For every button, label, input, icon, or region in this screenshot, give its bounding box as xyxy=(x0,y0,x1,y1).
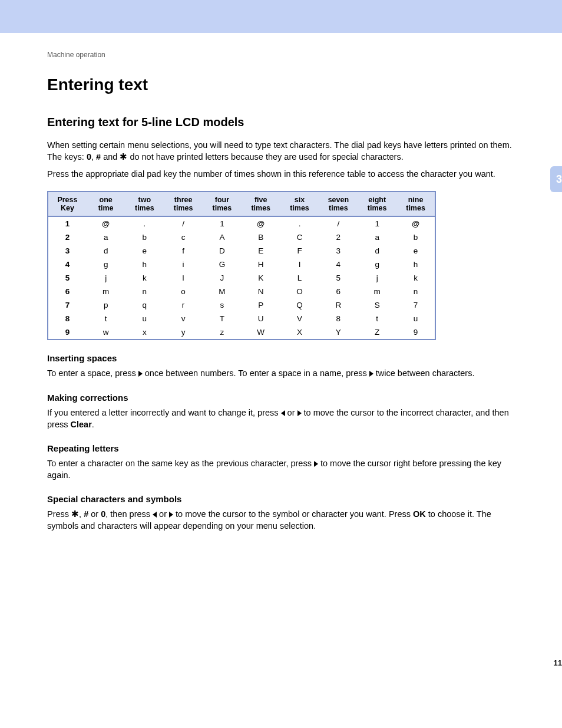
table-cell: B xyxy=(242,230,280,244)
table-cell: X xyxy=(280,325,319,340)
table-cell: / xyxy=(319,216,358,230)
text: or xyxy=(285,408,297,417)
table-cell: 5 xyxy=(319,271,358,285)
table-cell: T xyxy=(203,312,242,325)
right-arrow-icon xyxy=(138,371,143,377)
table-cell: d xyxy=(358,244,396,258)
text: , then press xyxy=(105,509,153,519)
subheading-repeating: Repeating letters xyxy=(47,443,515,453)
column-header: seventimes xyxy=(319,192,358,217)
key-star: ✱ xyxy=(120,152,127,162)
column-header: twotimes xyxy=(125,192,164,217)
corrections-text: If you entered a letter incorrectly and … xyxy=(47,407,515,430)
table-cell: . xyxy=(125,216,164,230)
table-row: 7pqrsPQRS7 xyxy=(48,298,435,312)
table-cell: H xyxy=(242,258,280,271)
table-cell: 3 xyxy=(48,244,87,258)
page-title: Entering text xyxy=(47,75,515,94)
table-cell: j xyxy=(87,271,125,285)
table-cell: 4 xyxy=(319,258,358,271)
table-cell: j xyxy=(358,271,396,285)
table-cell: O xyxy=(280,285,319,298)
text: , xyxy=(79,509,84,519)
table-cell: D xyxy=(203,244,242,258)
table-cell: v xyxy=(164,312,203,325)
table-body: 1@./1@./1@2abcABC2ab3defDEF3de4ghiGHI4gh… xyxy=(48,216,435,340)
table-cell: P xyxy=(242,298,280,312)
table-cell: G xyxy=(203,258,242,271)
table-cell: r xyxy=(164,298,203,312)
table-cell: w xyxy=(87,325,125,340)
table-cell: n xyxy=(125,285,164,298)
table-cell: 2 xyxy=(319,230,358,244)
table-cell: t xyxy=(358,312,396,325)
table-cell: m xyxy=(358,285,396,298)
table-cell: 1 xyxy=(203,216,242,230)
table-cell: W xyxy=(242,325,280,340)
table-cell: V xyxy=(280,312,319,325)
table-cell: b xyxy=(125,230,164,244)
table-cell: g xyxy=(358,258,396,271)
column-header: sixtimes xyxy=(280,192,319,217)
table-cell: a xyxy=(87,230,125,244)
text: once between numbers. To enter a space i… xyxy=(143,368,369,378)
table-cell: S xyxy=(358,298,396,312)
intro-paragraph-2: Press the appropriate dial pad key the n… xyxy=(47,169,515,180)
table-cell: Z xyxy=(358,325,396,340)
key-hash: # xyxy=(96,152,101,162)
table-cell: 1 xyxy=(358,216,396,230)
table-cell: 8 xyxy=(48,312,87,325)
table-cell: E xyxy=(242,244,280,258)
text: If you entered a letter incorrectly and … xyxy=(47,408,281,417)
table-cell: k xyxy=(396,271,435,285)
chapter-side-tab: 3 xyxy=(550,166,562,192)
table-row: 8tuvTUV8tu xyxy=(48,312,435,325)
table-cell: k xyxy=(125,271,164,285)
table-row: 3defDEF3de xyxy=(48,244,435,258)
page-number: 11 xyxy=(554,658,562,667)
right-arrow-icon xyxy=(169,512,173,518)
table-cell: f xyxy=(164,244,203,258)
key-star: ✱ xyxy=(71,509,79,519)
table-cell: e xyxy=(396,244,435,258)
table-row: 6mnoMNO6mn xyxy=(48,285,435,298)
table-cell: R xyxy=(319,298,358,312)
table-cell: N xyxy=(242,285,280,298)
column-header: threetimes xyxy=(164,192,203,217)
right-arrow-icon xyxy=(369,371,373,377)
right-arrow-icon xyxy=(314,461,318,467)
table-row: 2abcABC2ab xyxy=(48,230,435,244)
left-arrow-icon xyxy=(153,512,157,518)
table-cell: u xyxy=(396,312,435,325)
subheading-corrections: Making corrections xyxy=(47,393,515,403)
table-row: 5jklJKL5jk xyxy=(48,271,435,285)
table-cell: o xyxy=(164,285,203,298)
table-cell: Y xyxy=(319,325,358,340)
table-cell: p xyxy=(87,298,125,312)
column-header: eighttimes xyxy=(358,192,396,217)
table-cell: @ xyxy=(242,216,280,230)
table-cell: h xyxy=(125,258,164,271)
text: , xyxy=(91,152,96,162)
table-cell: t xyxy=(87,312,125,325)
text: or xyxy=(157,509,169,519)
text: To enter a space, press xyxy=(47,368,138,378)
table-cell: n xyxy=(396,285,435,298)
table-cell: 1 xyxy=(48,216,87,230)
column-header: fourtimes xyxy=(203,192,242,217)
breadcrumb: Machine operation xyxy=(47,33,515,75)
table-cell: 7 xyxy=(48,298,87,312)
table-cell: 6 xyxy=(48,285,87,298)
text: do not have printed letters because they… xyxy=(127,152,403,162)
table-cell: 7 xyxy=(396,298,435,312)
table-cell: F xyxy=(280,244,319,258)
page-content: 3 Machine operation Entering text Enteri… xyxy=(0,33,562,532)
table-cell: 9 xyxy=(396,325,435,340)
table-cell: C xyxy=(280,230,319,244)
clear-key: Clear xyxy=(71,420,92,429)
table-cell: K xyxy=(242,271,280,285)
table-cell: I xyxy=(280,258,319,271)
table-cell: u xyxy=(125,312,164,325)
table-cell: h xyxy=(396,258,435,271)
table-cell: 2 xyxy=(48,230,87,244)
